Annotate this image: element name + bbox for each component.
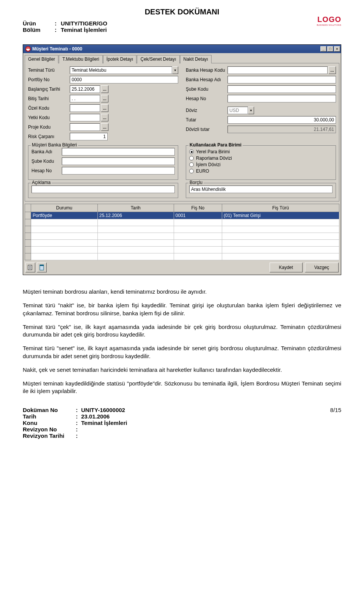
paragraph: Müşteri teminatı kaydedildiğinde statüsü…	[23, 380, 341, 395]
radio-icon	[189, 169, 194, 173]
save-button[interactable]: Kaydet	[270, 263, 303, 272]
transactions-grid[interactable]: Durumu Tarih Fiş No Fiş Türü Portföyde 2…	[25, 204, 339, 260]
aciklama-group: Açıklama	[28, 183, 178, 198]
tab-cek-senet[interactable]: Çek/Senet Detayı	[137, 55, 179, 63]
radio-yerel[interactable]: Yerel Para Birimi	[189, 149, 333, 154]
baslangic-tarihi-input[interactable]: 25.12.2006	[70, 85, 100, 93]
footer-tarih-value: 23.01.2006	[81, 413, 110, 420]
banka-adi-input[interactable]	[62, 148, 175, 156]
banka-hesap-kodu-input[interactable]	[228, 66, 328, 74]
yetki-kodu-input[interactable]	[70, 114, 100, 121]
hesap-no-input[interactable]	[228, 95, 336, 102]
document-title: DESTEK DOKÜMANI	[23, 8, 341, 16]
risk-carpani-label: Risk Çarpanı	[28, 134, 70, 139]
banka-hesap-adi-input[interactable]	[228, 76, 336, 83]
dialog-window: Müşteri Teminatı - 0000 _ □ × Genel Bilg…	[23, 44, 341, 275]
hesap-no-label: Hesap No	[186, 96, 228, 101]
grid-area: Durumu Tarih Fiş No Fiş Türü Portföyde 2…	[25, 204, 339, 260]
risk-carpani-input[interactable]: 1	[70, 133, 108, 140]
note-icon	[27, 264, 33, 271]
bitis-tarihi-input[interactable]: . .	[70, 95, 100, 102]
lookup-button[interactable]: …	[328, 66, 336, 74]
radio-icon	[189, 156, 194, 160]
doviz-select[interactable]: USD ▼	[228, 107, 254, 114]
para-birimi-group: Kullanılacak Para Birimi Yerel Para Biri…	[186, 145, 336, 180]
paragraph: Teminat türü "çek" ise, ilk kayıt aşamas…	[23, 323, 341, 339]
document-footer: 8/15 Doküman No:UNITY-16000002 Tarih:23.…	[23, 407, 341, 439]
footer-tarih-label: Tarih	[23, 413, 76, 420]
grid-row[interactable]	[25, 240, 339, 247]
tab-tmektubu[interactable]: T.Mektubu Bilgileri	[59, 55, 102, 63]
radio-euro[interactable]: EURO	[189, 168, 333, 174]
tab-nakit[interactable]: Nakit Detayı	[180, 55, 212, 63]
banka-adi-label: Banka Adı	[31, 149, 62, 154]
borclu-group: Borçlu Aras Mühendislik	[186, 183, 336, 198]
borclu-input[interactable]: Aras Mühendislik	[189, 186, 333, 193]
row-marker-header	[25, 204, 31, 212]
tutar-input[interactable]: 30.000,00	[228, 116, 336, 124]
dovizli-tutar-input: 21.147,61	[228, 126, 336, 133]
close-button[interactable]: ×	[334, 46, 340, 52]
grid-row[interactable]	[25, 233, 339, 240]
portfoy-no-input[interactable]: 0000	[70, 76, 178, 83]
col-fisturu[interactable]: Fiş Türü	[222, 204, 339, 212]
grid-row[interactable]	[25, 253, 339, 260]
document-icon-button[interactable]	[37, 263, 47, 272]
tab-panel: Teminat Türü Teminat Mektubu ▼ Portföy N…	[25, 63, 339, 201]
maximize-button[interactable]: □	[327, 46, 333, 52]
tab-genel-bilgiler[interactable]: Genel Bilgiler	[25, 55, 58, 63]
baslangic-tarihi-label: Başlangıç Tarihi	[28, 87, 70, 92]
footer-revtarih-label: Revizyon Tarihi	[23, 433, 76, 439]
tutar-label: Tutar	[186, 117, 228, 123]
minimize-button[interactable]: _	[320, 46, 326, 52]
sube-kodu-input[interactable]	[228, 85, 336, 93]
hesap-no-input-2[interactable]	[62, 167, 175, 175]
dovizli-tutar-label: Dövizli tutar	[186, 127, 228, 132]
lookup-button[interactable]: …	[101, 114, 108, 121]
cancel-button[interactable]: Vazgeç	[305, 263, 339, 272]
radio-islem[interactable]: İşlem Dövizi	[189, 162, 333, 167]
ozel-kodu-input[interactable]	[70, 104, 100, 112]
date-picker-button[interactable]: …	[101, 85, 108, 93]
logo-text: LOGO	[317, 15, 341, 24]
radio-icon	[189, 149, 194, 154]
hesap-no-label-2: Hesap No	[31, 168, 62, 173]
ozel-kodu-label: Özel Kodu	[28, 105, 70, 111]
radio-raporlama[interactable]: Raporlama Dövizi	[189, 156, 333, 161]
right-column: Banka Hesap Kodu … Banka Hesap Adı Şube …	[186, 66, 336, 142]
aciklama-title: Açıklama	[31, 180, 52, 185]
page-number: 8/15	[330, 407, 341, 413]
bolum-value: Teminat İşlemleri	[61, 27, 107, 33]
logo-subtext: BUSINESS SOLUTIONS	[317, 24, 341, 26]
tab-ipotek[interactable]: İpotek Detayı	[103, 55, 137, 63]
proje-kodu-input[interactable]	[70, 123, 100, 131]
grid-row[interactable]: Portföyde 25.12.2006 0001 (01) Teminat G…	[25, 212, 339, 219]
dokuman-no-label: Doküman No	[23, 407, 76, 413]
app-icon	[25, 46, 31, 52]
chevron-down-icon[interactable]: ▼	[172, 66, 178, 74]
banka-hesap-kodu-label: Banka Hesap Kodu	[186, 68, 228, 73]
borclu-title: Borçlu	[188, 180, 204, 185]
titlebar[interactable]: Müşteri Teminatı - 0000 _ □ ×	[23, 45, 341, 53]
chevron-down-icon[interactable]: ▼	[248, 107, 254, 114]
left-column: Teminat Türü Teminat Mektubu ▼ Portföy N…	[28, 66, 178, 142]
col-durumu[interactable]: Durumu	[31, 204, 98, 212]
lookup-button[interactable]: …	[101, 123, 108, 131]
bolum-label: Bölüm	[23, 27, 53, 33]
sube-kodu-input-2[interactable]	[62, 157, 175, 165]
date-picker-button[interactable]: …	[101, 95, 108, 102]
lookup-button[interactable]: …	[101, 104, 108, 112]
col-tarih[interactable]: Tarih	[97, 204, 174, 212]
grid-row[interactable]	[25, 219, 339, 226]
doviz-label: Döviz	[186, 108, 228, 113]
col-fisno[interactable]: Fiş No	[174, 204, 222, 212]
urun-label: Ürün	[23, 20, 53, 27]
teminat-turu-select[interactable]: Teminat Mektubu ▼	[70, 66, 178, 74]
footer-konu-label: Konu	[23, 420, 76, 426]
aciklama-input[interactable]	[31, 186, 175, 193]
grid-row[interactable]	[25, 226, 339, 233]
notes-icon-button[interactable]	[25, 263, 35, 272]
musteri-banka-title: Müşteri Banka Bilgileri	[31, 142, 78, 148]
grid-row[interactable]	[25, 247, 339, 253]
urun-value: UNITY/TIGER/GO	[61, 20, 107, 27]
